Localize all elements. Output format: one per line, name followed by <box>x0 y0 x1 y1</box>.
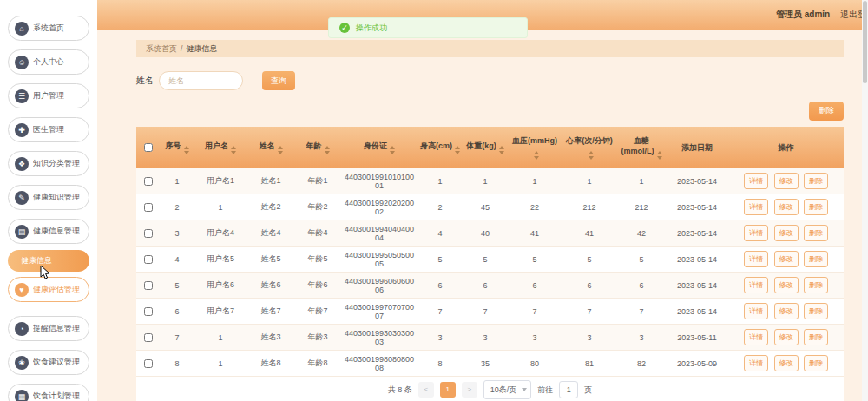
sidebar-item-label: 提醒信息管理 <box>33 323 80 334</box>
edit-button[interactable]: 修改 <box>774 199 799 215</box>
column-header-blood-pressure[interactable]: 血压(mmHg) <box>508 127 562 168</box>
detail-button[interactable]: 详情 <box>744 225 768 241</box>
column-header-age[interactable]: 年龄 <box>294 127 341 168</box>
sidebar-item-diet-plan[interactable]: ▦ 饮食计划管理 <box>8 384 89 401</box>
checkbox-cell <box>136 168 161 194</box>
detail-button[interactable]: 详情 <box>744 329 768 345</box>
detail-button[interactable]: 详情 <box>744 251 768 267</box>
cell-add-date: 2023-05-11 <box>666 325 728 351</box>
row-delete-button[interactable]: 删除 <box>804 251 828 267</box>
sidebar-item-diet-advice[interactable]: ❀ 饮食建议管理 <box>8 350 89 375</box>
cell-username: 用户名1 <box>194 168 247 194</box>
detail-button[interactable]: 详情 <box>744 199 768 215</box>
sort-icon[interactable] <box>589 151 594 160</box>
column-header-height[interactable]: 身高(cm) <box>418 127 463 168</box>
sidebar-item-knowledge-category[interactable]: ❖ 知识分类管理 <box>8 151 89 176</box>
cell-blood-pressure: 7 <box>508 299 562 325</box>
scrollbar-thumb[interactable] <box>863 1 867 83</box>
cell-actions: 详情 修改 删除 <box>728 299 844 325</box>
sort-icon[interactable] <box>534 151 539 160</box>
detail-button[interactable]: 详情 <box>744 303 768 319</box>
sidebar-item-health-knowledge[interactable]: ✎ 健康知识管理 <box>8 185 89 210</box>
select-all-cell <box>136 127 161 168</box>
edit-button[interactable]: 修改 <box>774 173 799 189</box>
sidebar-item-label: 健康评估管理 <box>33 284 80 295</box>
edit-button[interactable]: 修改 <box>774 329 799 345</box>
row-checkbox[interactable] <box>144 281 153 290</box>
sort-icon[interactable] <box>657 151 662 160</box>
cell-weight: 6 <box>463 273 508 299</box>
sort-icon[interactable] <box>390 146 395 154</box>
row-delete-button[interactable]: 删除 <box>804 173 828 189</box>
goto-page-input[interactable] <box>559 381 578 398</box>
checkbox-cell <box>136 247 161 273</box>
row-delete-button[interactable]: 删除 <box>804 199 828 215</box>
sidebar-item-home[interactable]: ⌂ 系统首页 <box>8 16 89 41</box>
sort-icon[interactable] <box>455 146 460 154</box>
sort-icon[interactable] <box>231 146 236 154</box>
cell-add-date: 2023-05-14 <box>666 273 728 299</box>
pager-page-1[interactable]: 1 <box>440 382 456 398</box>
cell-blood-pressure: 5 <box>508 247 562 273</box>
row-delete-button[interactable]: 删除 <box>804 225 828 241</box>
sort-icon[interactable] <box>278 146 283 154</box>
sidebar-item-reminder-management[interactable]: ◔ 提醒信息管理 <box>8 316 89 341</box>
cell-actions: 详情 修改 删除 <box>728 325 844 351</box>
cell-name: 姓名7 <box>247 299 294 325</box>
bulk-delete-button[interactable]: 删除 <box>809 102 844 121</box>
cell-index: 5 <box>161 273 194 299</box>
row-checkbox[interactable] <box>144 255 153 264</box>
row-checkbox[interactable] <box>144 333 153 342</box>
table-toolbar: 删除 <box>136 101 844 120</box>
edit-button[interactable]: 修改 <box>774 303 799 319</box>
edit-button[interactable]: 修改 <box>774 251 799 267</box>
edit-button[interactable]: 修改 <box>774 355 799 371</box>
sidebar-item-health-assessment[interactable]: ♥ 健康评估管理 <box>8 277 89 302</box>
column-header-weight[interactable]: 体重(kg) <box>463 127 508 168</box>
column-header-index[interactable]: 序号 <box>161 127 194 168</box>
row-delete-button[interactable]: 删除 <box>804 329 828 345</box>
page-scrollbar[interactable] <box>862 0 868 401</box>
cell-id-card: 440300199606060006 <box>341 273 418 299</box>
row-delete-button[interactable]: 删除 <box>804 303 828 319</box>
name-search-input[interactable] <box>159 71 243 90</box>
page-size-select[interactable]: 10条/页 <box>483 380 532 399</box>
sort-icon[interactable] <box>499 146 504 154</box>
sidebar-item-health-info-management[interactable]: ▤ 健康信息管理 <box>8 219 89 244</box>
cell-add-date: 2023-05-09 <box>666 351 728 377</box>
select-all-checkbox[interactable] <box>144 143 153 152</box>
cell-weight: 3 <box>463 325 508 351</box>
edit-button[interactable]: 修改 <box>774 225 799 241</box>
pager-prev-button[interactable]: < <box>418 382 434 398</box>
row-checkbox[interactable] <box>144 359 153 368</box>
row-checkbox[interactable] <box>144 203 153 212</box>
sidebar-item-doctor-management[interactable]: ✚ 医生管理 <box>8 117 89 142</box>
query-button[interactable]: 查询 <box>262 71 295 90</box>
cell-username: 1 <box>194 351 247 377</box>
row-checkbox[interactable] <box>144 307 153 316</box>
column-header-id-card[interactable]: 身份证 <box>341 127 418 168</box>
breadcrumb-root[interactable]: 系统首页 <box>146 43 177 55</box>
sort-icon[interactable] <box>325 146 330 154</box>
sidebar-item-personal-center[interactable]: ☺ 个人中心 <box>8 49 89 75</box>
detail-button[interactable]: 详情 <box>744 277 768 293</box>
cell-weight: 1 <box>463 168 508 194</box>
detail-button[interactable]: 详情 <box>744 173 768 189</box>
admin-user-label: 管理员 admin <box>776 10 830 19</box>
column-header-username[interactable]: 用户名 <box>194 127 247 168</box>
row-checkbox[interactable] <box>144 229 153 238</box>
sidebar-item-user-management[interactable]: ☰ 用户管理 <box>8 83 89 108</box>
column-header-name[interactable]: 姓名 <box>247 127 294 168</box>
home-icon: ⌂ <box>15 22 29 36</box>
row-checkbox[interactable] <box>144 177 153 186</box>
checkbox-cell <box>136 299 161 325</box>
cell-username: 用户名6 <box>194 273 247 299</box>
row-delete-button[interactable]: 删除 <box>804 277 828 293</box>
sort-icon[interactable] <box>184 146 189 154</box>
detail-button[interactable]: 详情 <box>744 355 768 371</box>
row-delete-button[interactable]: 删除 <box>804 355 828 371</box>
column-header-heart-rate[interactable]: 心率(次/分钟) <box>562 127 617 168</box>
edit-button[interactable]: 修改 <box>774 277 799 293</box>
pager-next-button[interactable]: > <box>462 382 477 398</box>
column-header-blood-sugar[interactable]: 血糖(mmol/L) <box>617 127 666 168</box>
